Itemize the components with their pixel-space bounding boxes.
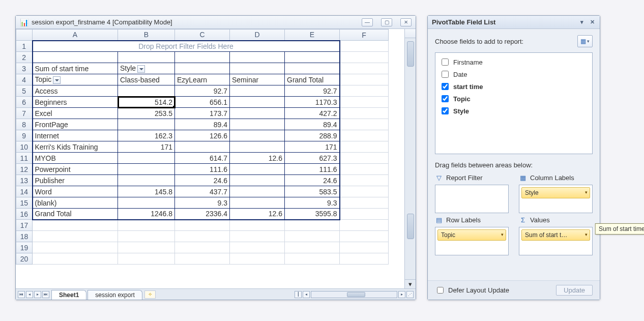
cell-8-F[interactable] — [340, 119, 389, 130]
pivot-header-sum[interactable]: Sum of start time — [33, 63, 118, 74]
cell-17-C[interactable] — [175, 220, 230, 231]
row-header-16[interactable]: 16 — [16, 209, 33, 220]
cell-4-F[interactable] — [340, 74, 389, 85]
cell-14-D[interactable] — [230, 186, 285, 197]
cell-13-F[interactable] — [340, 175, 389, 186]
cell-15-C[interactable]: 9.3 — [175, 197, 230, 209]
pivot-row-label-13[interactable]: Publisher — [33, 175, 118, 186]
cell-10-B[interactable]: 171 — [118, 141, 175, 153]
cell-7-D[interactable] — [230, 108, 285, 119]
cell-12-D[interactable] — [230, 164, 285, 175]
field-checkbox-0[interactable] — [442, 59, 449, 66]
cell-13-B[interactable] — [118, 175, 175, 186]
cell-3-D[interactable] — [230, 63, 285, 74]
row-header-5[interactable]: 5 — [16, 85, 33, 97]
row-header-6[interactable]: 6 — [16, 97, 33, 108]
cell-2-B[interactable] — [118, 52, 175, 63]
cell-16-E[interactable]: 3595.8 — [285, 209, 340, 220]
field-item-style[interactable]: Style — [438, 105, 589, 117]
cell-20-C[interactable] — [175, 253, 230, 265]
cell-17-B[interactable] — [118, 220, 175, 231]
cell-5-E[interactable]: 92.7 — [285, 85, 340, 97]
update-button[interactable]: Update — [556, 285, 593, 296]
row-header-14[interactable]: 14 — [16, 186, 33, 197]
column-header-B[interactable]: B — [118, 30, 175, 41]
row-header-15[interactable]: 15 — [16, 197, 33, 209]
cell-17-F[interactable] — [340, 220, 389, 231]
restore-button[interactable]: ▢ — [381, 18, 392, 26]
cell-9-C[interactable]: 126.6 — [175, 130, 230, 141]
cell-13-C[interactable]: 24.6 — [175, 175, 230, 186]
column-header-A[interactable]: A — [33, 30, 118, 41]
cell-2-A[interactable] — [33, 52, 118, 63]
insert-worksheet-button[interactable]: ✧ — [144, 290, 156, 299]
spreadsheet-grid[interactable]: ABCDEF1Drop Report Filter Fields Here23S… — [16, 29, 404, 288]
pivot-row-label-15[interactable]: (blank) — [33, 197, 118, 209]
field-checkbox-3[interactable] — [442, 95, 449, 102]
cell-14-B[interactable]: 145.8 — [118, 186, 175, 197]
panel-titlebar[interactable]: PivotTable Field List ▾ ✕ — [428, 16, 600, 29]
cell-9-B[interactable]: 162.3 — [118, 130, 175, 141]
cell-10-F[interactable] — [340, 141, 389, 153]
chip-style[interactable]: Style — [521, 187, 590, 198]
pivot-row-label-9[interactable]: Internet — [33, 130, 118, 141]
cell-8-D[interactable] — [230, 119, 285, 130]
cell-17-E[interactable] — [285, 220, 340, 231]
panel-options-icon[interactable]: ▾ — [578, 19, 586, 26]
cell-20-A[interactable] — [33, 253, 118, 265]
cell-2-C[interactable] — [175, 52, 230, 63]
cell-15-D[interactable] — [230, 197, 285, 209]
pivot-col-classbased[interactable]: Class-based — [118, 74, 175, 85]
field-checkbox-2[interactable] — [442, 83, 449, 90]
row-header-7[interactable]: 7 — [16, 108, 33, 119]
cell-12-F[interactable] — [340, 164, 389, 175]
row-header-12[interactable]: 12 — [16, 164, 33, 175]
cell-18-F[interactable] — [340, 231, 389, 242]
field-item-firstname[interactable]: Firstname — [438, 56, 589, 68]
hscroll-left[interactable]: ◂ — [303, 291, 310, 298]
cell-18-B[interactable] — [118, 231, 175, 242]
cell-2-E[interactable] — [285, 52, 340, 63]
cell-6-B[interactable]: 514.2 — [118, 97, 175, 108]
area-box-columns[interactable]: Style — [519, 185, 593, 213]
cell-10-D[interactable] — [230, 141, 285, 153]
cell-14-E[interactable]: 583.5 — [285, 186, 340, 197]
horizontal-scrollbar[interactable]: ┃ ◂ ▸ ⋰ — [292, 291, 416, 298]
cell-7-E[interactable]: 427.2 — [285, 108, 340, 119]
field-checkbox-4[interactable] — [442, 107, 449, 114]
pivot-col-grandtotal[interactable]: Grand Total — [285, 74, 340, 85]
cell-2-F[interactable] — [340, 52, 389, 63]
panel-close-icon[interactable]: ✕ — [589, 19, 596, 26]
cell-15-F[interactable] — [340, 197, 389, 209]
cell-12-C[interactable]: 111.6 — [175, 164, 230, 175]
hscroll-right[interactable]: ▸ — [398, 291, 405, 298]
cell-18-C[interactable] — [175, 231, 230, 242]
row-header-2[interactable]: 2 — [16, 52, 33, 63]
cell-3-C[interactable] — [175, 63, 230, 74]
topic-dropdown-button[interactable] — [53, 76, 61, 84]
pivot-row-label-14[interactable]: Word — [33, 186, 118, 197]
cell-14-C[interactable]: 437.7 — [175, 186, 230, 197]
cell-5-B[interactable] — [118, 85, 175, 97]
tab-nav-first[interactable]: ⏮ — [18, 291, 25, 298]
hscroll-track[interactable] — [311, 291, 397, 298]
cell-19-E[interactable] — [285, 242, 340, 253]
field-item-date[interactable]: Date — [438, 68, 589, 80]
row-header-1[interactable]: 1 — [16, 41, 33, 52]
row-header-17[interactable]: 17 — [16, 220, 33, 231]
pivot-row-label-16[interactable]: Grand Total — [33, 209, 118, 220]
row-header-20[interactable]: 20 — [16, 253, 33, 265]
report-filter-drop-zone[interactable]: Drop Report Filter Fields Here — [33, 41, 340, 52]
cell-16-B[interactable]: 1246.8 — [118, 209, 175, 220]
cell-18-E[interactable] — [285, 231, 340, 242]
style-dropdown-button[interactable] — [137, 65, 145, 73]
select-all-cell[interactable] — [16, 30, 33, 41]
cell-19-A[interactable] — [33, 242, 118, 253]
row-header-8[interactable]: 8 — [16, 119, 33, 130]
cell-7-B[interactable]: 253.5 — [118, 108, 175, 119]
pivot-row-field[interactable]: Topic — [33, 74, 118, 85]
column-header-D[interactable]: D — [230, 30, 285, 41]
cell-18-A[interactable] — [33, 231, 118, 242]
scroll-down-button[interactable]: ▾ — [405, 279, 416, 288]
cell-11-F[interactable] — [340, 153, 389, 164]
